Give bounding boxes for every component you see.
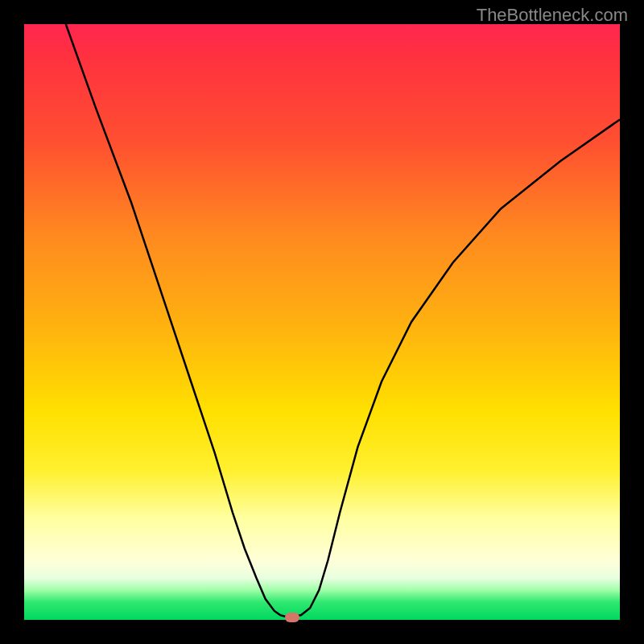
watermark-text: TheBottleneck.com xyxy=(477,5,628,26)
bottleneck-curve xyxy=(24,24,620,620)
optimal-point-marker xyxy=(285,613,299,622)
